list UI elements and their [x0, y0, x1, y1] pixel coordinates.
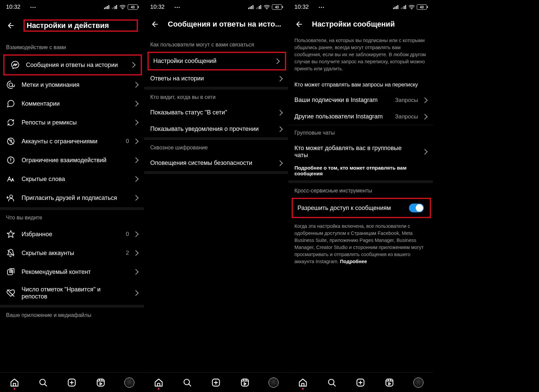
nav-search[interactable]	[326, 377, 338, 388]
nav-home[interactable]	[297, 377, 309, 388]
row-label: Показывать уведомления о прочтении	[150, 126, 272, 133]
row-label: Репосты и ремиксы	[22, 119, 128, 126]
section-header: Ваше приложение и медиафайлы	[0, 308, 144, 322]
row-label: Ограничение взаимодействий	[22, 157, 128, 164]
section-header: Кто видит, когда вы в сети	[144, 90, 288, 104]
row-label: Пригласить друзей и подписаться	[22, 194, 128, 202]
section-header: Взаимодействие с вами	[0, 40, 144, 55]
nav-profile[interactable]	[413, 377, 424, 388]
comment-icon	[6, 99, 15, 108]
section-divider	[288, 180, 433, 183]
learn-more-link[interactable]: Подробнее	[340, 259, 367, 264]
row-label: Скрытые аккаунты	[22, 250, 120, 257]
nav-home[interactable]	[9, 377, 20, 388]
row-allow-access-toggle[interactable]: Разрешить доступ к сообщениям	[292, 198, 431, 218]
row-label: Метки и упоминания	[22, 81, 128, 88]
row-value: 0	[126, 231, 129, 238]
nav-profile[interactable]	[124, 377, 135, 388]
row-value: Запросы	[395, 113, 418, 120]
row-others[interactable]: Другие пользователи Instagram Запросы	[288, 108, 433, 125]
signal-icon	[393, 5, 399, 9]
nav-search[interactable]	[37, 377, 49, 388]
chevron-right-icon	[133, 157, 139, 163]
row-story-replies[interactable]: Ответы на истории	[144, 70, 288, 87]
chevron-right-icon	[422, 114, 428, 119]
limit-icon	[6, 155, 15, 165]
row-suggested[interactable]: Рекомендуемый контент	[0, 262, 144, 281]
battery-icon: 43	[272, 4, 282, 10]
row-security-alerts[interactable]: Оповещения системы безопасности	[144, 155, 288, 171]
pane-settings: 10:32 ⋯ 43 Настройки и действия Взаимоде…	[0, 0, 144, 392]
row-comments[interactable]: Комментарии	[0, 94, 144, 113]
row-followers[interactable]: Ваши подписчики в Instagram Запросы	[288, 92, 433, 108]
status-time: 10:32	[6, 4, 21, 10]
row-read-receipts[interactable]: Показывать уведомления о прочтении	[144, 121, 288, 137]
back-button[interactable]	[294, 20, 304, 29]
header: Настройки и действия	[0, 14, 144, 40]
chevron-right-icon	[133, 195, 139, 201]
row-muted[interactable]: Скрытые аккаунты 2	[0, 244, 144, 262]
row-activity-status[interactable]: Показывать статус "В сети"	[144, 104, 288, 121]
row-label: Показывать статус "В сети"	[150, 109, 272, 116]
battery-icon: 43	[128, 4, 138, 10]
row-group-add[interactable]: Кто может добавлять вас в групповые чаты	[288, 140, 433, 164]
star-icon	[6, 229, 15, 239]
signal2-icon	[256, 5, 262, 9]
nav-new[interactable]	[355, 377, 366, 388]
bottom-nav	[0, 372, 144, 392]
nav-reels[interactable]	[239, 377, 251, 388]
nav-reels[interactable]	[384, 377, 395, 388]
row-messages-stories[interactable]: Сообщения и ответы на истории	[3, 55, 142, 75]
status-bar: 10:32 ⋯ 43	[0, 0, 144, 14]
avatar-icon	[413, 378, 423, 388]
chevron-right-icon	[133, 290, 139, 296]
nav-search[interactable]	[182, 377, 193, 388]
chevron-right-icon	[277, 126, 283, 132]
signal2-icon	[112, 5, 118, 9]
header: Сообщения и ответы на исто...	[144, 14, 288, 37]
wifi-icon	[120, 5, 126, 9]
learn-more-link[interactable]: Подробнее о том, кто может отправлять ва…	[288, 164, 433, 180]
nav-home[interactable]	[153, 377, 164, 388]
row-reposts[interactable]: Репосты и ремиксы	[0, 113, 144, 132]
row-favorites[interactable]: Избранное 0	[0, 225, 144, 244]
row-limit[interactable]: Ограничение взаимодействий	[0, 151, 144, 170]
row-label: Комментарии	[22, 100, 128, 107]
section-header: Кто может отправлять вам запросы на пере…	[288, 77, 433, 92]
row-tags-mentions[interactable]: Метки и упоминания	[0, 75, 144, 94]
nav-profile[interactable]	[268, 377, 279, 388]
row-like-count[interactable]: Число отметок "Нравится" и репостов	[0, 281, 144, 305]
chevron-right-icon	[277, 110, 283, 115]
row-message-settings[interactable]: Настройки сообщений	[148, 52, 286, 70]
chevron-right-icon	[133, 250, 139, 256]
section-header: Что вы видите	[0, 210, 144, 225]
chevron-right-icon	[133, 120, 139, 126]
page-title: Настройки сообщений	[312, 20, 427, 29]
nav-new[interactable]	[66, 377, 77, 388]
row-value: Запросы	[395, 97, 418, 104]
toggle-switch[interactable]	[409, 204, 424, 212]
row-value: 2	[126, 250, 129, 256]
back-button[interactable]	[150, 20, 160, 29]
row-invite[interactable]: Пригласить друзей и подписаться	[0, 188, 144, 207]
heart-off-icon	[6, 288, 15, 298]
chevron-right-icon	[133, 269, 139, 275]
row-label: Число отметок "Нравится" и репостов	[22, 286, 128, 300]
chevron-right-icon	[422, 97, 428, 103]
bottom-nav	[288, 372, 433, 392]
wifi-icon	[409, 5, 415, 9]
row-restricted[interactable]: Аккаунты с ограничениями 0	[0, 132, 144, 151]
nav-new[interactable]	[210, 377, 222, 388]
signal-icon	[104, 5, 110, 9]
chevron-right-icon	[133, 101, 139, 107]
back-button[interactable]	[6, 21, 15, 30]
chevron-right-icon	[277, 76, 283, 81]
status-time: 10:32	[294, 4, 309, 10]
info-body: Когда эта настройка включена, все пользо…	[294, 223, 424, 264]
row-hidden-words[interactable]: Скрытые слова	[0, 170, 144, 188]
restrict-icon	[6, 137, 15, 146]
nav-reels[interactable]	[95, 377, 106, 388]
section-header: Кросс-сервисные инструменты	[288, 183, 433, 198]
signal-icon	[248, 5, 254, 9]
repost-icon	[6, 118, 15, 127]
